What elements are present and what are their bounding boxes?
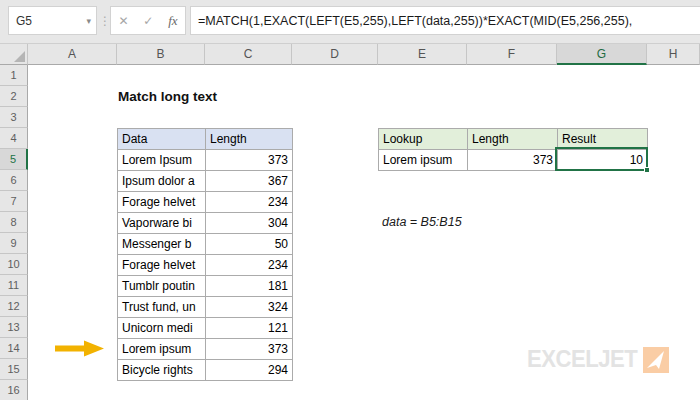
cell-C10[interactable]: 234 [206, 255, 293, 276]
cell-B5[interactable]: Lorem Ipsum [118, 150, 206, 171]
cancel-icon[interactable]: ✕ [118, 14, 128, 28]
row-header-2[interactable]: 2 [0, 86, 28, 107]
excel-window: G5 ▾ ⋮ ✕ ✓ fx =MATCH(1,EXACT(LEFT(E5,255… [0, 0, 700, 400]
cell-C12[interactable]: 324 [206, 297, 293, 318]
cell-B4[interactable]: Data [118, 129, 206, 150]
cell-B13[interactable]: Unicorn medi [118, 318, 206, 339]
row-header-8[interactable]: 8 [0, 212, 28, 233]
cell-reference: G5 [9, 14, 86, 28]
cell-G5[interactable]: 10 [558, 150, 648, 171]
row-header-4[interactable]: 4 [0, 128, 28, 149]
cell-E4[interactable]: Lookup [379, 129, 468, 150]
column-header-D[interactable]: D [292, 44, 378, 65]
cell-F5[interactable]: 373 [468, 150, 558, 171]
cell-C7[interactable]: 234 [206, 192, 293, 213]
cell-B6[interactable]: Ipsum dolor a [118, 171, 206, 192]
exceljet-logo: EXCELJET [527, 346, 669, 373]
row-header-10[interactable]: 10 [0, 254, 28, 275]
cell-B8[interactable]: Vaporware bi [118, 213, 206, 234]
enter-icon[interactable]: ✓ [143, 14, 153, 28]
row-header-14[interactable]: 14 [0, 338, 28, 359]
named-range-annotation[interactable]: data = B5:B15 [382, 212, 462, 233]
row-header-13[interactable]: 13 [0, 317, 28, 338]
row-header-16[interactable]: 16 [0, 380, 28, 400]
row-header-12[interactable]: 12 [0, 296, 28, 317]
cell-G4[interactable]: Result [558, 129, 648, 150]
column-header-B[interactable]: B [117, 44, 205, 65]
row-header-3[interactable]: 3 [0, 107, 28, 128]
row-header-5[interactable]: 5 [0, 149, 28, 170]
cell-B11[interactable]: Tumblr poutin [118, 276, 206, 297]
name-box-dropdown-icon[interactable]: ▾ [86, 16, 96, 26]
name-box[interactable]: G5 ▾ [8, 6, 97, 35]
select-all-corner[interactable] [0, 44, 28, 65]
column-header-row: ABCDEFGH [0, 44, 700, 65]
data-table: DataLengthLorem Ipsum373Ipsum dolor a367… [117, 128, 293, 381]
row-header-7[interactable]: 7 [0, 191, 28, 212]
cell-C15[interactable]: 294 [206, 360, 293, 381]
cell-B15[interactable]: Bicycle rights [118, 360, 206, 381]
formula-buttons: ✕ ✓ fx [110, 6, 186, 35]
row-header-15[interactable]: 15 [0, 359, 28, 380]
paper-plane-icon [643, 347, 669, 373]
highlight-arrow-icon [55, 340, 105, 361]
cell-C8[interactable]: 304 [206, 213, 293, 234]
row-header-11[interactable]: 11 [0, 275, 28, 296]
logo-text: EXCELJET [527, 346, 637, 373]
cell-C4[interactable]: Length [206, 129, 293, 150]
cell-B9[interactable]: Messenger b [118, 234, 206, 255]
cell-C14[interactable]: 373 [206, 339, 293, 360]
cell-C9[interactable]: 50 [206, 234, 293, 255]
row-header-6[interactable]: 6 [0, 170, 28, 191]
cell-B14[interactable]: Lorem ipsum [118, 339, 206, 360]
lookup-table: LookupLengthResultLorem ipsum37310 [378, 128, 648, 171]
cell-C13[interactable]: 121 [206, 318, 293, 339]
cell-C5[interactable]: 373 [206, 150, 293, 171]
cell-B7[interactable]: Forage helvet [118, 192, 206, 213]
column-header-H[interactable]: H [647, 44, 700, 65]
column-header-C[interactable]: C [205, 44, 292, 65]
column-header-E[interactable]: E [378, 44, 467, 65]
row-header-9[interactable]: 9 [0, 233, 28, 254]
column-header-F[interactable]: F [467, 44, 557, 65]
column-header-A[interactable]: A [28, 44, 117, 65]
cell-C11[interactable]: 181 [206, 276, 293, 297]
insert-function-icon[interactable]: fx [168, 13, 177, 29]
select-all-icon [14, 51, 25, 62]
formula-bar-strip: G5 ▾ ⋮ ✕ ✓ fx =MATCH(1,EXACT(LEFT(E5,255… [0, 0, 700, 44]
row-header-1[interactable]: 1 [0, 65, 28, 86]
cell-C6[interactable]: 367 [206, 171, 293, 192]
sheet-title[interactable]: Match long text [118, 86, 217, 107]
formula-input[interactable]: =MATCH(1,EXACT(LEFT(E5,255),LEFT(data,25… [190, 6, 700, 35]
cell-E5[interactable]: Lorem ipsum [379, 150, 468, 171]
cell-F4[interactable]: Length [468, 129, 558, 150]
column-header-G[interactable]: G [557, 44, 647, 65]
cell-B10[interactable]: Forage helvet [118, 255, 206, 276]
cell-B12[interactable]: Trust fund, un [118, 297, 206, 318]
